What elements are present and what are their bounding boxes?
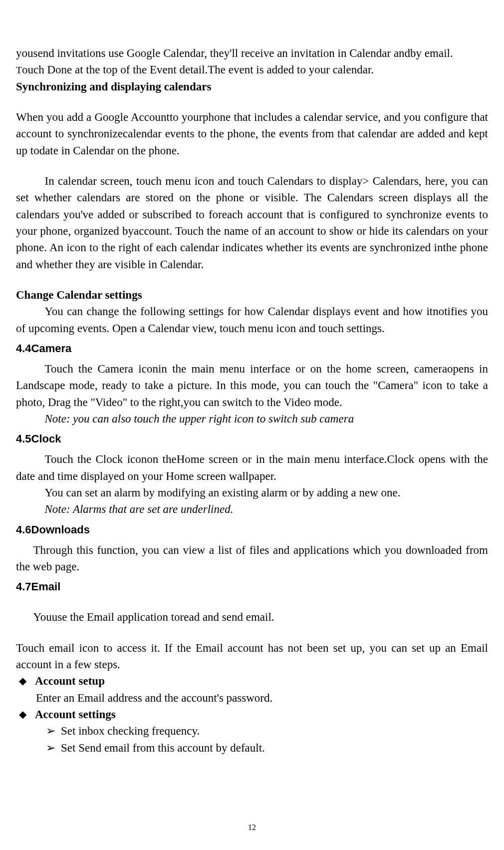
document-body: yousend invitations use Google Calendar,… xyxy=(16,45,488,756)
sub-bullet-inbox: ➢ Set inbox checking frequency. xyxy=(46,723,488,739)
paragraph-sync-2: In calendar screen, touch menu icon and … xyxy=(16,173,488,273)
initial-letter: T xyxy=(16,65,22,75)
bullet-account-setup: ◆ Account setup xyxy=(19,673,488,689)
spacer xyxy=(16,538,488,542)
spacer xyxy=(16,595,488,609)
arrow-bullet-icon: ➢ xyxy=(46,740,61,756)
diamond-bullet-icon: ◆ xyxy=(19,706,35,723)
heading-change-settings: Change Calendar settings xyxy=(16,287,488,303)
sub-bullet-text: Set inbox checking frequency. xyxy=(61,723,488,739)
paragraph-email-1: Youuse the Email application toread and … xyxy=(16,609,488,625)
spacer xyxy=(16,273,488,287)
paragraph-touch-done: Touch Done at the top of the Event detai… xyxy=(16,61,488,78)
paragraph-account-setup-desc: Enter an Email address and the account's… xyxy=(36,690,488,706)
spacer xyxy=(16,159,488,173)
spacer xyxy=(16,427,488,431)
sub-bullet-text: Set Send email from this account by defa… xyxy=(61,740,488,756)
spacer xyxy=(16,357,488,361)
spacer xyxy=(16,337,488,341)
heading-clock: 4.5Clock xyxy=(16,431,488,447)
spacer xyxy=(16,447,488,451)
paragraph-clock-2: You can set an alarm by modifying an exi… xyxy=(16,484,488,501)
bullet-label: Account setup xyxy=(35,673,488,689)
paragraph-email-2: Touch email icon to access it. If the Em… xyxy=(16,640,488,673)
heading-sync-calendars: Synchronizing and displaying calendars xyxy=(16,78,488,95)
paragraph-change: You can change the following settings fo… xyxy=(16,303,488,337)
note-camera: Note: you can also touch the upper right… xyxy=(16,411,488,427)
paragraph-invitations: yousend invitations use Google Calendar,… xyxy=(16,45,488,61)
spacer xyxy=(16,575,488,579)
diamond-bullet-icon: ◆ xyxy=(19,673,35,689)
spacer xyxy=(16,518,488,522)
bullet-account-settings: ◆ Account settings xyxy=(19,706,488,723)
heading-email: 4.7Email xyxy=(16,579,488,595)
paragraph-camera: Touch the Camera iconin the main menu in… xyxy=(16,361,488,411)
spacer xyxy=(16,626,488,640)
spacer xyxy=(16,95,488,109)
note-clock: Note: Alarms that are set are underlined… xyxy=(16,501,488,517)
heading-downloads: 4.6Downloads xyxy=(16,522,488,538)
paragraph-downloads: Through this function, you can view a li… xyxy=(16,542,488,575)
page-number: 12 xyxy=(0,822,504,833)
sub-bullet-default: ➢ Set Send email from this account by de… xyxy=(46,740,488,756)
text-span: ouch Done at the top of the Event detail… xyxy=(22,63,374,76)
paragraph-clock-1: Touch the Clock iconon theHome screen or… xyxy=(16,451,488,484)
bullet-label: Account settings xyxy=(35,706,488,723)
arrow-bullet-icon: ➢ xyxy=(46,723,61,739)
paragraph-sync-1: When you add a Google Accountto yourphon… xyxy=(16,109,488,159)
heading-camera: 4.4Camera xyxy=(16,341,488,357)
